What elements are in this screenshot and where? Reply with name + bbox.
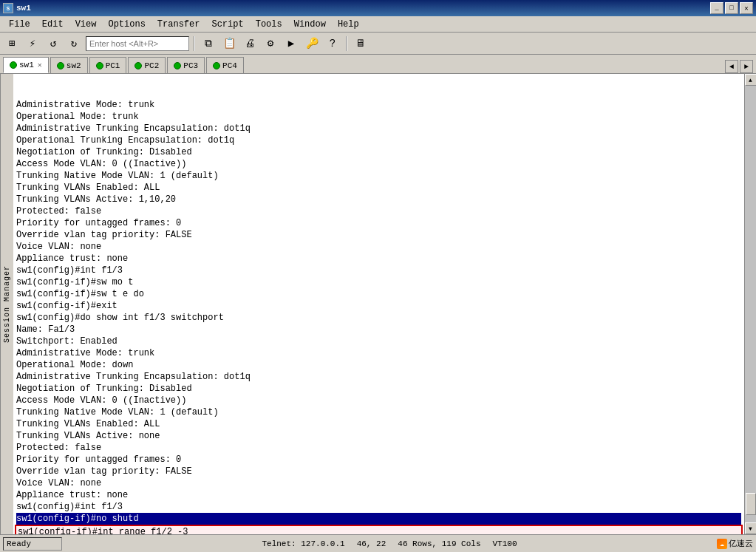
tabs-area: sw1✕sw2PC1PC2PC3PC4◄► — [0, 55, 756, 74]
tab-pc2[interactable]: PC2 — [128, 57, 166, 73]
menu-item-tools[interactable]: Tools — [250, 18, 288, 31]
main-area: Session Manager Administrative Mode: tru… — [0, 74, 756, 534]
tab-indicator — [96, 62, 103, 69]
scrollbar[interactable]: ▲ ▼ — [744, 74, 756, 534]
menu-item-file[interactable]: File — [3, 18, 36, 31]
terminal-line: Override vlan tag priority: FALSE — [16, 466, 741, 477]
title-bar: S sw1 _ □ ✕ — [0, 0, 756, 16]
tab-label: sw1 — [19, 61, 34, 69]
status-dimensions: 46 Rows, 119 Cols — [398, 539, 480, 548]
terminal-line: Trunking VLANs Active: 1,10,20 — [16, 194, 741, 205]
status-connection: Telnet: 127.0.0.1 — [262, 539, 344, 548]
maximize-button[interactable]: □ — [725, 2, 738, 14]
scroll-thumb[interactable] — [746, 493, 756, 515]
terminal-line: Appliance trust: none — [16, 253, 741, 265]
status-ready: Ready — [3, 537, 62, 551]
toolbar-refresh2-icon[interactable]: ↻ — [65, 35, 83, 52]
terminal-line: Trunking VLANs Active: none — [16, 430, 741, 442]
terminal-line: Operational Mode: trunk — [16, 111, 741, 123]
terminal-line: Administrative Mode: trunk — [16, 99, 741, 111]
terminal-line: Priority for untagged frames: 0 — [16, 454, 741, 466]
terminal-line: Name: Fa1/3 — [16, 324, 741, 335]
terminal-content: Administrative Mode: trunkOperational Mo… — [16, 75, 741, 534]
status-ready-text: Ready — [7, 539, 31, 548]
terminal-line: Trunking VLANs Enabled: ALL — [16, 418, 741, 430]
toolbar-separator2 — [346, 36, 347, 51]
menu-item-window[interactable]: Window — [288, 18, 332, 31]
terminal-line: Administrative Trunking Encapsulation: d… — [16, 371, 741, 383]
toolbar-separator — [194, 36, 195, 51]
toolbar-copy-icon[interactable]: ⧉ — [200, 35, 217, 52]
toolbar-paste-icon[interactable]: 📋 — [220, 35, 238, 52]
tab-label: PC2 — [144, 61, 159, 70]
terminal-line: sw1(config-if)#sw t e do — [16, 288, 741, 300]
tab-label: PC3 — [183, 61, 198, 70]
close-button[interactable]: ✕ — [740, 2, 753, 14]
scroll-up-button[interactable]: ▲ — [745, 74, 757, 86]
terminal-line: Protected: false — [16, 205, 741, 217]
tab-label: PC4 — [222, 61, 237, 70]
terminal[interactable]: Administrative Mode: trunkOperational Mo… — [13, 74, 744, 534]
status-logo: ☁ 亿速云 — [717, 538, 753, 549]
terminal-line: Administrative Trunking Encapsulation: d… — [16, 123, 741, 134]
window-title: sw1 — [16, 4, 31, 13]
terminal-line: Voice VLAN: none — [16, 477, 741, 489]
menu-item-script[interactable]: Script — [205, 18, 249, 31]
terminal-line: sw1(config)#do show int f1/3 switchport — [16, 312, 741, 324]
terminal-line: Priority for untagged frames: 0 — [16, 217, 741, 229]
status-info: Telnet: 127.0.0.1 46, 22 46 Rows, 119 Co… — [68, 539, 711, 548]
tab-close-button[interactable]: ✕ — [38, 61, 42, 69]
minimize-button[interactable]: _ — [710, 2, 723, 14]
session-manager: Session Manager — [0, 74, 13, 534]
tab-prev-button[interactable]: ◄ — [725, 60, 738, 73]
menu-bar: FileEditViewOptionsTransferScriptToolsWi… — [0, 16, 756, 33]
terminal-line: sw1(config-if)#exit — [16, 300, 741, 312]
menu-item-edit[interactable]: Edit — [36, 18, 69, 31]
terminal-line: Administrative Mode: trunk — [16, 347, 741, 359]
tab-indicator — [134, 62, 142, 69]
tab-pc4[interactable]: PC4 — [206, 57, 244, 73]
terminal-line: Protected: false — [16, 442, 741, 454]
host-input[interactable] — [86, 36, 189, 51]
toolbar-key-icon[interactable]: 🔑 — [303, 35, 321, 52]
tab-indicator — [174, 62, 181, 69]
tab-indicator — [57, 62, 64, 69]
terminal-line: sw1(config-if)#sw mo t — [16, 276, 741, 288]
toolbar-help-icon[interactable]: ? — [324, 35, 341, 52]
menu-item-help[interactable]: Help — [332, 18, 365, 31]
menu-item-transfer[interactable]: Transfer — [151, 18, 206, 31]
tab-sw1[interactable]: sw1✕ — [3, 57, 49, 73]
tab-sw2[interactable]: sw2 — [50, 57, 88, 73]
toolbar-script-icon[interactable]: ▶ — [282, 35, 300, 52]
highlighted-block: sw1(config-if)#int range f1/2 -3sw1(conf… — [15, 525, 743, 534]
terminal-line: Access Mode VLAN: 0 ((Inactive)) — [16, 395, 741, 406]
scroll-track[interactable] — [745, 86, 757, 522]
toolbar-settings-icon[interactable]: ⚙ — [262, 35, 279, 52]
toolbar-lightning-icon[interactable]: ⚡ — [24, 35, 41, 52]
terminal-line: Switchport: Enabled — [16, 335, 741, 347]
terminal-line: Appliance trust: none — [16, 489, 741, 501]
terminal-line: Trunking Native Mode VLAN: 1 (default) — [16, 406, 741, 418]
scroll-down-button[interactable]: ▼ — [745, 522, 757, 534]
toolbar-refresh1-icon[interactable]: ↺ — [44, 35, 62, 52]
toolbar-monitor-icon[interactable]: 🖥 — [352, 35, 370, 52]
title-bar-title: S sw1 — [3, 3, 31, 13]
title-bar-controls[interactable]: _ □ ✕ — [710, 2, 753, 14]
terminal-line: Trunking Native Mode VLAN: 1 (default) — [16, 170, 741, 182]
tab-pc3[interactable]: PC3 — [167, 57, 205, 73]
terminal-line: Access Mode VLAN: 0 ((Inactive)) — [16, 158, 741, 170]
highlighted-terminal-line: sw1(config-if)#int range f1/2 -3 — [18, 526, 740, 534]
toolbar-grid-icon[interactable]: ⊞ — [3, 35, 21, 52]
terminal-line: Override vlan tag priority: FALSE — [16, 229, 741, 241]
menu-item-options[interactable]: Options — [102, 18, 151, 31]
terminal-line: sw1(config)#int f1/3 — [16, 501, 741, 513]
menu-item-view[interactable]: View — [69, 18, 103, 31]
logo-cloud-icon: ☁ — [717, 539, 727, 549]
tab-label: PC1 — [106, 61, 120, 70]
terminal-line: Negotiation of Trunking: Disabled — [16, 146, 741, 158]
tab-pc1[interactable]: PC1 — [89, 57, 127, 73]
tab-next-button[interactable]: ► — [740, 60, 753, 73]
toolbar-print-icon[interactable]: 🖨 — [241, 35, 259, 52]
toolbar: ⊞ ⚡ ↺ ↻ ⧉ 📋 🖨 ⚙ ▶ 🔑 ? 🖥 — [0, 33, 756, 55]
status-terminal: VT100 — [493, 539, 517, 548]
